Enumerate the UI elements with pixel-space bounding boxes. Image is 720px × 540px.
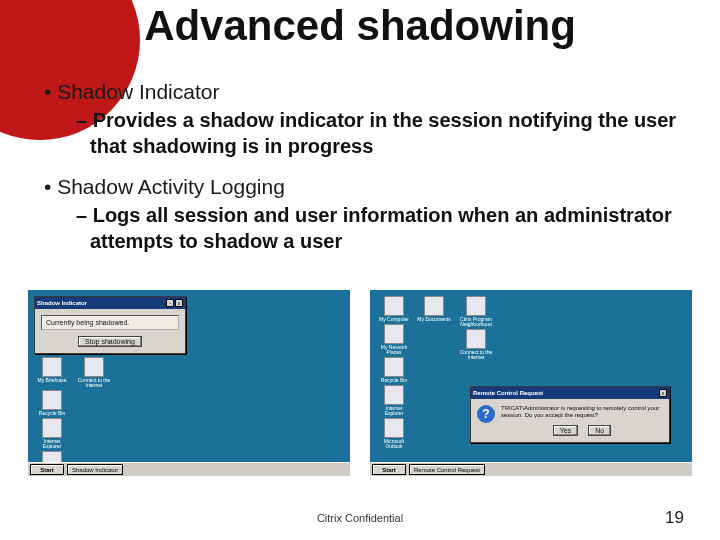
subbullet-shadow-indicator: Provides a shadow indicator in the sessi… — [30, 108, 690, 159]
desktop-icon: My Documents — [416, 296, 452, 327]
desktop-icon: Internet Explorer — [34, 418, 70, 449]
content-area: Shadow Indicator Provides a shadow indic… — [30, 80, 690, 270]
no-button[interactable]: No — [588, 425, 611, 436]
window-controls: - x — [166, 299, 183, 307]
subbullet-activity-logging: Logs all session and user information wh… — [30, 203, 690, 254]
recycle-icon — [384, 357, 404, 377]
citrix-icon — [466, 296, 486, 316]
taskbar: Start Shadow Indicator — [28, 462, 350, 476]
desktop-icon: Internet Explorer — [376, 385, 412, 416]
question-icon: ? — [477, 405, 495, 423]
desktop-icon: My Briefcase — [34, 357, 70, 388]
desktop-icon: Connect to the Internet — [76, 357, 112, 388]
desktop-icon: Citrix Program Neighborhood — [458, 296, 494, 327]
computer-icon — [384, 296, 404, 316]
bullet-activity-logging: Shadow Activity Logging — [30, 175, 690, 199]
ie-icon — [42, 418, 62, 438]
dialog-body: ? TRICAT\Administrator is requesting to … — [471, 399, 669, 442]
stop-shadowing-button[interactable]: Stop shadowing — [78, 336, 142, 347]
dialog-title: Shadow Indicator — [37, 300, 87, 306]
desktop-icon: Microsoft Outlook — [376, 418, 412, 449]
desktop-icons-left: My Computer My Network Places Recycle Bi… — [376, 296, 412, 449]
network-icon — [384, 324, 404, 344]
desktop-icon: My Network Places — [376, 324, 412, 355]
dialog-titlebar: Remote Control Request x — [471, 387, 669, 399]
page-number: 19 — [665, 508, 684, 528]
taskbar-task[interactable]: Shadow Indicator — [67, 464, 123, 475]
recycle-icon — [42, 390, 62, 410]
minimize-button[interactable]: - — [166, 299, 174, 307]
desktop-icon: Recycle Bin — [34, 390, 70, 416]
internet-icon — [466, 329, 486, 349]
close-button[interactable]: x — [175, 299, 183, 307]
shadow-indicator-dialog: Shadow Indicator - x Currently being sha… — [34, 296, 186, 354]
desktop-icon: Recycle Bin — [376, 357, 412, 383]
documents-icon — [424, 296, 444, 316]
confidential-label: Citrix Confidential — [317, 512, 403, 524]
internet-icon — [84, 357, 104, 377]
dialog-titlebar: Shadow Indicator - x — [35, 297, 185, 309]
bullet-shadow-indicator: Shadow Indicator — [30, 80, 690, 104]
desktop-icon: Connect to the Internet — [458, 329, 494, 360]
dialog-question: TRICAT\Administrator is requesting to re… — [501, 405, 663, 419]
screenshots-row: My Computer Citrix Neighborhood My Netwo… — [28, 290, 692, 476]
briefcase-icon — [42, 357, 62, 377]
outlook-icon — [384, 418, 404, 438]
window-controls: x — [659, 389, 667, 397]
start-button[interactable]: Start — [372, 464, 406, 475]
screenshot-remote-control: My Computer My Network Places Recycle Bi… — [370, 290, 692, 476]
slide-title: Advanced shadowing — [0, 2, 720, 50]
desktop-icon: My Computer — [376, 296, 412, 322]
start-button[interactable]: Start — [30, 464, 64, 475]
screenshot-shadow-indicator: My Computer Citrix Neighborhood My Netwo… — [28, 290, 350, 476]
remote-control-dialog: Remote Control Request x ? TRICAT\Admini… — [470, 386, 670, 443]
dialog-body: Currently being shadowed. Stop shadowing — [35, 309, 185, 353]
footer: Citrix Confidential 19 — [0, 512, 720, 530]
taskbar: Start Remote Control Request — [370, 462, 692, 476]
taskbar-task[interactable]: Remote Control Request — [409, 464, 485, 475]
desktop-icons-right: My Documents Citrix Program Neighborhood… — [416, 296, 494, 360]
ie-icon — [384, 385, 404, 405]
dialog-title: Remote Control Request — [473, 390, 543, 396]
slide: Advanced shadowing Shadow Indicator Prov… — [0, 0, 720, 540]
shadow-message: Currently being shadowed. — [41, 315, 179, 330]
yes-button[interactable]: Yes — [553, 425, 578, 436]
close-button[interactable]: x — [659, 389, 667, 397]
